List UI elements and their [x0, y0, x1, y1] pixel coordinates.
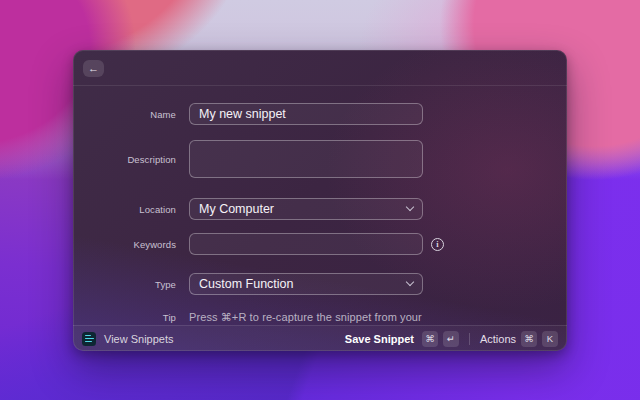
form-row-keywords: Keywords i	[73, 233, 567, 255]
form-row-description: Description	[73, 140, 567, 178]
footer-actions-area: Save Snippet ⌘ ↵ Actions ⌘ K	[345, 331, 558, 347]
back-arrow-icon: ←	[88, 63, 99, 74]
desktop-wallpaper: { "window": { "header": { "back_icon": "…	[0, 0, 640, 400]
type-label: Type	[73, 279, 189, 290]
type-select[interactable]: Custom Function	[189, 273, 423, 295]
form-row-tip: Tip Press ⌘+R to re-capture the snippet …	[73, 308, 567, 326]
window-header: ←	[73, 50, 567, 86]
info-icon[interactable]: i	[431, 238, 444, 251]
return-key-chip: ↵	[443, 331, 459, 347]
type-select-value: Custom Function	[199, 277, 407, 291]
cmd-key-chip: ⌘	[422, 331, 438, 347]
save-snippet-button[interactable]: Save Snippet	[345, 333, 414, 345]
chevron-down-icon	[406, 203, 414, 211]
form-row-name: Name	[73, 103, 567, 125]
tip-label: Tip	[73, 312, 189, 323]
description-label: Description	[73, 154, 189, 165]
location-label: Location	[73, 204, 189, 215]
actions-button[interactable]: Actions	[480, 333, 516, 345]
footer-view-snippets[interactable]: View Snippets	[82, 332, 174, 346]
k-key-chip: K	[542, 331, 558, 347]
keywords-label: Keywords	[73, 239, 189, 250]
name-label: Name	[73, 109, 189, 120]
form-row-location: Location My Computer	[73, 198, 567, 220]
back-button[interactable]: ←	[83, 60, 104, 77]
footer-divider	[469, 333, 470, 345]
snippets-icon	[82, 332, 96, 346]
snippet-editor-window: ← Name Description Location My Computer …	[73, 50, 567, 351]
tip-text: Press ⌘+R to re-capture the snippet from…	[189, 311, 422, 324]
view-snippets-label: View Snippets	[104, 333, 174, 345]
name-input[interactable]	[189, 103, 423, 125]
description-input[interactable]	[189, 140, 423, 178]
form-row-type: Type Custom Function	[73, 273, 567, 295]
window-footer: View Snippets Save Snippet ⌘ ↵ Actions ⌘…	[73, 325, 567, 351]
location-select[interactable]: My Computer	[189, 198, 423, 220]
cmd-key-chip: ⌘	[521, 331, 537, 347]
keywords-input[interactable]	[189, 233, 423, 255]
location-select-value: My Computer	[199, 202, 407, 216]
chevron-down-icon	[406, 278, 414, 286]
